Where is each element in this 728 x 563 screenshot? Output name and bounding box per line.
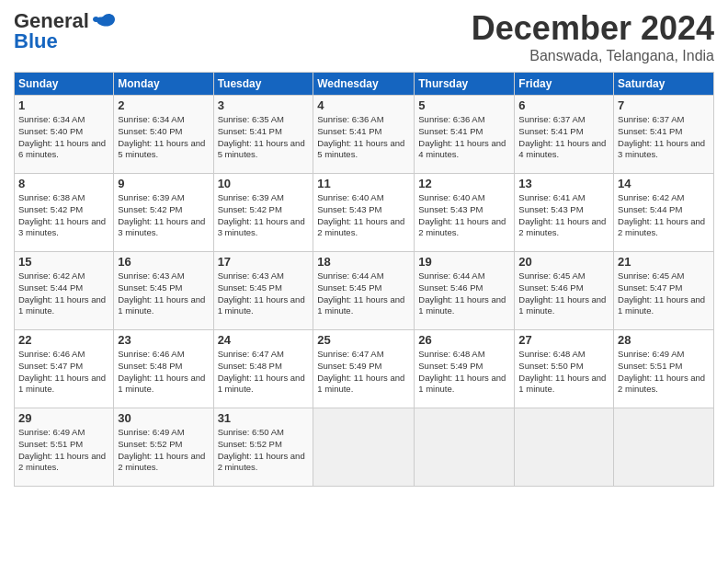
day-number: 11 [317, 177, 410, 190]
day-info: Sunrise: 6:45 AMSunset: 5:47 PMDaylight:… [618, 270, 710, 317]
day-info: Sunrise: 6:44 AMSunset: 5:45 PMDaylight:… [317, 270, 410, 317]
calendar-cell: 26Sunrise: 6:48 AMSunset: 5:49 PMDayligh… [415, 330, 515, 408]
calendar-cell [313, 408, 415, 487]
day-info: Sunrise: 6:45 AMSunset: 5:46 PMDaylight:… [518, 270, 609, 317]
calendar-header-row: SundayMondayTuesdayWednesdayThursdayFrid… [15, 73, 714, 96]
day-number: 9 [118, 177, 209, 190]
day-number: 2 [118, 98, 209, 112]
calendar-day-header: Thursday [415, 73, 515, 96]
calendar-cell: 31Sunrise: 6:50 AMSunset: 5:52 PMDayligh… [213, 408, 313, 487]
page-header: General Blue December 2024 Banswada, Tel… [14, 9, 714, 64]
day-info: Sunrise: 6:44 AMSunset: 5:46 PMDaylight:… [418, 270, 510, 317]
day-number: 31 [218, 411, 310, 425]
calendar-cell: 6Sunrise: 6:37 AMSunset: 5:41 PMDaylight… [515, 96, 614, 174]
day-number: 10 [218, 177, 310, 190]
calendar-cell: 28Sunrise: 6:49 AMSunset: 5:51 PMDayligh… [614, 330, 714, 408]
day-number: 22 [18, 333, 109, 347]
day-info: Sunrise: 6:34 AMSunset: 5:40 PMDaylight:… [18, 114, 109, 161]
day-info: Sunrise: 6:46 AMSunset: 5:47 PMDaylight:… [18, 349, 109, 396]
calendar-week-row: 1Sunrise: 6:34 AMSunset: 5:40 PMDaylight… [15, 96, 714, 174]
day-info: Sunrise: 6:35 AMSunset: 5:41 PMDaylight:… [218, 114, 310, 161]
day-info: Sunrise: 6:42 AMSunset: 5:44 PMDaylight:… [18, 270, 109, 317]
day-number: 13 [518, 177, 609, 190]
day-number: 20 [518, 255, 609, 269]
calendar-day-header: Tuesday [213, 73, 313, 96]
day-number: 14 [618, 177, 710, 190]
day-number: 16 [118, 255, 209, 269]
day-info: Sunrise: 6:46 AMSunset: 5:48 PMDaylight:… [118, 349, 209, 396]
logo: General Blue [14, 9, 117, 53]
calendar-week-row: 15Sunrise: 6:42 AMSunset: 5:44 PMDayligh… [15, 252, 714, 330]
day-info: Sunrise: 6:43 AMSunset: 5:45 PMDaylight:… [218, 270, 310, 317]
calendar-cell: 4Sunrise: 6:36 AMSunset: 5:41 PMDaylight… [313, 96, 415, 174]
day-number: 4 [317, 98, 410, 112]
day-info: Sunrise: 6:50 AMSunset: 5:52 PMDaylight:… [218, 427, 310, 474]
day-info: Sunrise: 6:49 AMSunset: 5:51 PMDaylight:… [18, 427, 109, 474]
day-info: Sunrise: 6:36 AMSunset: 5:41 PMDaylight:… [317, 114, 410, 161]
calendar-cell: 27Sunrise: 6:48 AMSunset: 5:50 PMDayligh… [515, 330, 614, 408]
day-number: 23 [118, 333, 209, 347]
day-info: Sunrise: 6:38 AMSunset: 5:42 PMDaylight:… [18, 192, 109, 239]
day-number: 15 [18, 255, 109, 269]
day-number: 30 [118, 411, 209, 425]
day-info: Sunrise: 6:47 AMSunset: 5:48 PMDaylight:… [218, 349, 310, 396]
calendar-cell: 21Sunrise: 6:45 AMSunset: 5:47 PMDayligh… [614, 252, 714, 330]
calendar-day-header: Saturday [614, 73, 714, 96]
calendar-cell: 1Sunrise: 6:34 AMSunset: 5:40 PMDaylight… [15, 96, 114, 174]
location-title: Banswada, Telangana, India [472, 48, 714, 64]
calendar-cell: 13Sunrise: 6:41 AMSunset: 5:43 PMDayligh… [515, 174, 614, 252]
day-number: 6 [518, 98, 609, 112]
calendar-cell: 11Sunrise: 6:40 AMSunset: 5:43 PMDayligh… [313, 174, 415, 252]
day-info: Sunrise: 6:49 AMSunset: 5:52 PMDaylight:… [118, 427, 209, 474]
day-number: 28 [618, 333, 710, 347]
calendar-cell [515, 408, 614, 487]
day-number: 3 [218, 98, 310, 112]
calendar-cell: 9Sunrise: 6:39 AMSunset: 5:42 PMDaylight… [114, 174, 213, 252]
calendar-cell: 30Sunrise: 6:49 AMSunset: 5:52 PMDayligh… [114, 408, 213, 487]
day-number: 19 [418, 255, 510, 269]
calendar-cell: 22Sunrise: 6:46 AMSunset: 5:47 PMDayligh… [15, 330, 114, 408]
calendar-week-row: 22Sunrise: 6:46 AMSunset: 5:47 PMDayligh… [15, 330, 714, 408]
calendar-cell: 15Sunrise: 6:42 AMSunset: 5:44 PMDayligh… [15, 252, 114, 330]
day-info: Sunrise: 6:48 AMSunset: 5:50 PMDaylight:… [518, 349, 609, 396]
logo-text-blue: Blue [14, 29, 58, 53]
calendar-day-header: Wednesday [313, 73, 415, 96]
day-number: 26 [418, 333, 510, 347]
day-number: 7 [618, 98, 710, 112]
day-number: 27 [518, 333, 609, 347]
day-info: Sunrise: 6:47 AMSunset: 5:49 PMDaylight:… [317, 349, 410, 396]
day-number: 5 [418, 98, 510, 112]
calendar-day-header: Monday [114, 73, 213, 96]
day-number: 25 [317, 333, 410, 347]
calendar-body: 1Sunrise: 6:34 AMSunset: 5:40 PMDaylight… [15, 96, 714, 487]
calendar-cell [614, 408, 714, 487]
calendar-cell: 7Sunrise: 6:37 AMSunset: 5:41 PMDaylight… [614, 96, 714, 174]
logo-bird-icon [91, 12, 117, 30]
calendar-cell: 20Sunrise: 6:45 AMSunset: 5:46 PMDayligh… [515, 252, 614, 330]
calendar-day-header: Friday [515, 73, 614, 96]
day-info: Sunrise: 6:40 AMSunset: 5:43 PMDaylight:… [418, 192, 510, 239]
calendar-cell: 12Sunrise: 6:40 AMSunset: 5:43 PMDayligh… [415, 174, 515, 252]
day-info: Sunrise: 6:49 AMSunset: 5:51 PMDaylight:… [618, 349, 710, 396]
calendar-cell: 10Sunrise: 6:39 AMSunset: 5:42 PMDayligh… [213, 174, 313, 252]
day-info: Sunrise: 6:42 AMSunset: 5:44 PMDaylight:… [618, 192, 710, 239]
calendar-cell: 8Sunrise: 6:38 AMSunset: 5:42 PMDaylight… [15, 174, 114, 252]
day-number: 24 [218, 333, 310, 347]
day-info: Sunrise: 6:37 AMSunset: 5:41 PMDaylight:… [618, 114, 710, 161]
day-info: Sunrise: 6:37 AMSunset: 5:41 PMDaylight:… [518, 114, 609, 161]
day-number: 29 [18, 411, 109, 425]
day-number: 8 [18, 177, 109, 190]
calendar-table: SundayMondayTuesdayWednesdayThursdayFrid… [14, 72, 714, 487]
calendar-cell: 5Sunrise: 6:36 AMSunset: 5:41 PMDaylight… [415, 96, 515, 174]
calendar-cell: 18Sunrise: 6:44 AMSunset: 5:45 PMDayligh… [313, 252, 415, 330]
day-info: Sunrise: 6:48 AMSunset: 5:49 PMDaylight:… [418, 349, 510, 396]
month-title: December 2024 [472, 9, 714, 48]
day-info: Sunrise: 6:41 AMSunset: 5:43 PMDaylight:… [518, 192, 609, 239]
calendar-cell: 25Sunrise: 6:47 AMSunset: 5:49 PMDayligh… [313, 330, 415, 408]
calendar-cell: 3Sunrise: 6:35 AMSunset: 5:41 PMDaylight… [213, 96, 313, 174]
calendar-cell: 19Sunrise: 6:44 AMSunset: 5:46 PMDayligh… [415, 252, 515, 330]
day-info: Sunrise: 6:43 AMSunset: 5:45 PMDaylight:… [118, 270, 209, 317]
calendar-cell: 23Sunrise: 6:46 AMSunset: 5:48 PMDayligh… [114, 330, 213, 408]
title-area: December 2024 Banswada, Telangana, India [472, 9, 714, 64]
day-info: Sunrise: 6:39 AMSunset: 5:42 PMDaylight:… [118, 192, 209, 239]
